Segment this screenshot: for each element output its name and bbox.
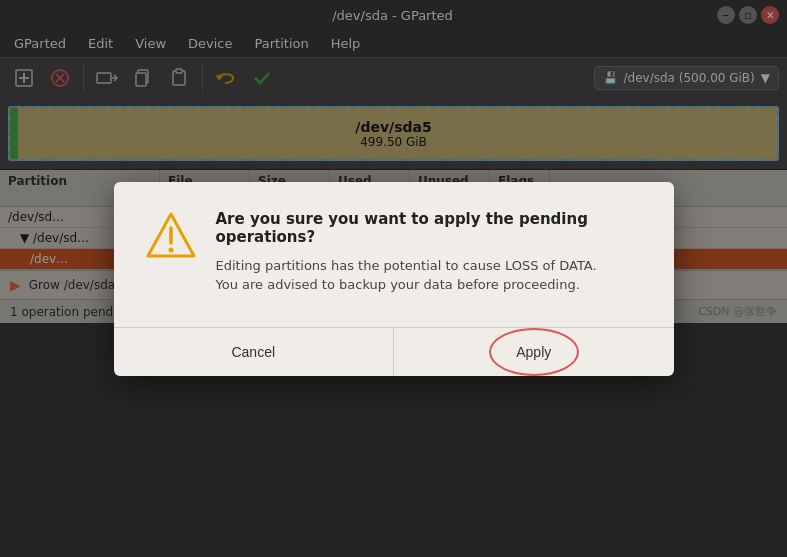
apply-label: Apply xyxy=(516,344,551,360)
dialog-buttons: Cancel Apply xyxy=(114,327,674,376)
confirm-dialog: Are you sure you want to apply the pendi… xyxy=(114,182,674,376)
cancel-button[interactable]: Cancel xyxy=(114,328,395,376)
apply-button[interactable]: Apply xyxy=(394,328,674,376)
modal-overlay: Are you sure you want to apply the pendi… xyxy=(0,0,787,557)
dialog-message-line1: Editing partitions has the potential to … xyxy=(216,258,597,273)
warning-icon xyxy=(146,210,196,260)
dialog-body: Are you sure you want to apply the pendi… xyxy=(114,182,674,315)
dialog-message: Editing partitions has the potential to … xyxy=(216,256,642,295)
dialog-message-line2: You are advised to backup your data befo… xyxy=(216,277,580,292)
dialog-title: Are you sure you want to apply the pendi… xyxy=(216,210,642,246)
svg-point-14 xyxy=(168,247,173,252)
dialog-content: Are you sure you want to apply the pendi… xyxy=(216,210,642,295)
